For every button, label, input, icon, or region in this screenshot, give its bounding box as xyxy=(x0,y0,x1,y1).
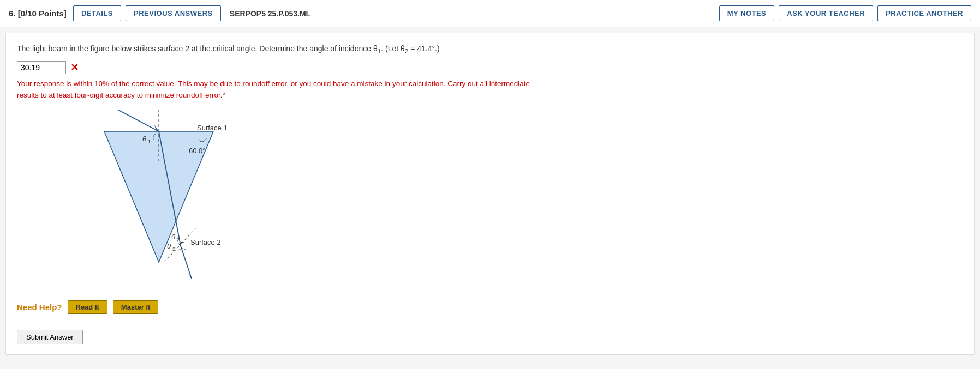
error-message: Your response is within 10% of the corre… xyxy=(17,78,535,101)
right-buttons: MY NOTES ASK YOUR TEACHER PRACTICE ANOTH… xyxy=(719,5,971,21)
diagram-area: θ 1 60.0° Surface 1 θ 2 θ 2 Surface 2 xyxy=(17,110,963,289)
ask-teacher-button[interactable]: ASK YOUR TEACHER xyxy=(779,5,873,21)
submit-row: Submit Answer xyxy=(17,323,963,344)
svg-text:Surface 2: Surface 2 xyxy=(190,238,221,246)
master-it-button[interactable]: Master It xyxy=(113,300,158,314)
details-button[interactable]: DETAILS xyxy=(73,5,121,21)
answer-row: ✕ xyxy=(17,61,963,74)
svg-text:Surface 1: Surface 1 xyxy=(197,124,228,132)
problem-text-part1: The light beam in the figure below strik… xyxy=(17,44,440,53)
top-bar: 6. [0/10 Points] DETAILS PREVIOUS ANSWER… xyxy=(0,0,980,27)
submit-button[interactable]: Submit Answer xyxy=(17,330,83,344)
svg-text:2: 2 xyxy=(177,237,180,243)
svg-text:θ: θ xyxy=(167,242,171,250)
svg-text:θ: θ xyxy=(171,233,175,241)
answer-input[interactable] xyxy=(17,61,66,74)
previous-answers-button[interactable]: PREVIOUS ANSWERS xyxy=(126,5,221,21)
svg-text:θ: θ xyxy=(142,135,146,143)
need-help-row: Need Help? Read It Master It xyxy=(17,300,963,314)
svg-text:1: 1 xyxy=(148,139,151,144)
svg-line-2 xyxy=(112,110,159,131)
main-content: The light beam in the figure below strik… xyxy=(5,33,975,355)
question-label: 6. [0/10 Points] xyxy=(9,9,67,18)
svg-text:2: 2 xyxy=(172,246,175,252)
my-notes-button[interactable]: MY NOTES xyxy=(719,5,775,21)
problem-text: The light beam in the figure below strik… xyxy=(17,43,963,56)
svg-text:60.0°: 60.0° xyxy=(189,147,206,155)
svg-marker-3 xyxy=(154,125,159,131)
read-it-button[interactable]: Read It xyxy=(68,300,107,314)
problem-code: SERPOP5 25.P.053.MI. xyxy=(230,9,715,18)
practice-another-button[interactable]: PRACTICE ANOTHER xyxy=(877,5,971,21)
svg-line-17 xyxy=(181,246,192,279)
optics-diagram: θ 1 60.0° Surface 1 θ 2 θ 2 Surface 2 xyxy=(71,110,246,289)
need-help-label: Need Help? xyxy=(17,303,62,312)
incorrect-mark: ✕ xyxy=(70,62,79,74)
